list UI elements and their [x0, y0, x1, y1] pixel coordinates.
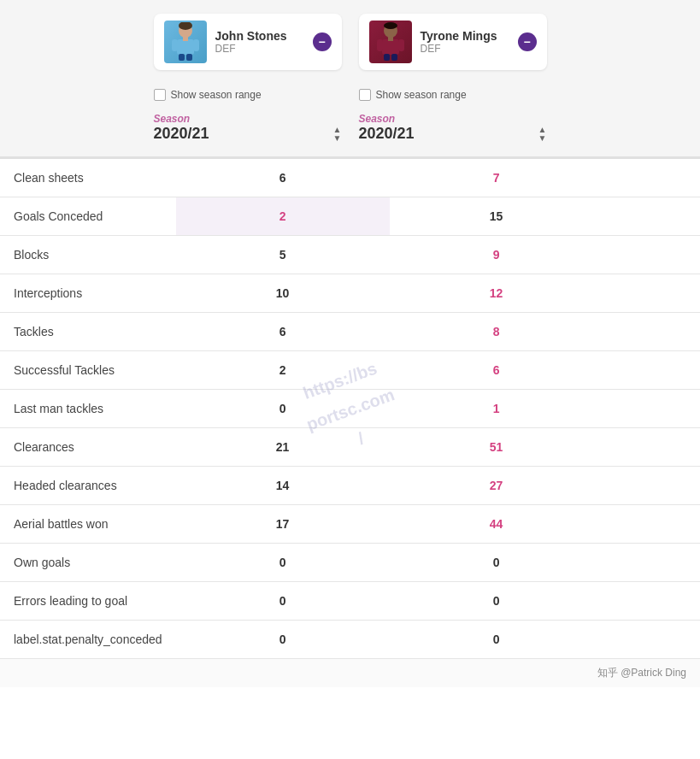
svg-rect-7: [186, 54, 192, 61]
remove-stones-button[interactable]: −: [313, 32, 332, 51]
stat-value2: 44: [490, 517, 503, 531]
stat-name-cell: Goals Conceded: [0, 197, 176, 236]
stat-value2-cell: 6: [390, 351, 603, 390]
season-selector-stones: Season 2020/21 ▲▼: [154, 113, 342, 143]
stat-value1: 0: [279, 402, 286, 415]
stat-padding-cell: [603, 313, 700, 351]
stat-value2: 6: [493, 363, 500, 377]
stat-value2: 12: [490, 286, 503, 300]
stat-value1-cell: 17: [176, 505, 390, 544]
season-range-checkbox-mings[interactable]: [359, 89, 371, 101]
season-arrows-mings[interactable]: ▲▼: [538, 126, 547, 143]
season-label-mings: Season: [359, 113, 396, 125]
table-row: label.stat.penalty_conceded00: [0, 621, 700, 659]
stat-name-cell: Aerial battles won: [0, 505, 176, 544]
player-position-stones: DEF: [215, 43, 304, 55]
stat-value1-cell: 5: [176, 236, 390, 274]
player-name-stones: John Stones: [215, 29, 304, 43]
stat-name-cell: Blocks: [0, 236, 176, 274]
stat-value2: 0: [493, 594, 500, 608]
stat-value1-cell: 14: [176, 467, 390, 505]
stat-name-cell: Tackles: [0, 313, 176, 351]
stat-value1-cell: 0: [176, 582, 390, 621]
season-selector-row: Season 2020/21 ▲▼ Season 2020/21 ▲▼: [0, 106, 700, 156]
svg-rect-13: [388, 37, 393, 41]
stat-padding-cell: [603, 390, 700, 428]
stat-value1-cell: 6: [176, 159, 390, 197]
table-row: Blocks59: [0, 236, 700, 274]
table-row: Clean sheets67: [0, 159, 700, 197]
stat-value2-cell: 15: [390, 197, 603, 236]
player-card-mings: Tyrone Mings DEF −: [359, 14, 547, 70]
stat-value2-cell: 8: [390, 313, 603, 351]
stat-value1: 5: [279, 248, 286, 262]
season-range-row: Show season range Show season range: [0, 84, 700, 106]
stat-value2-cell: 0: [390, 621, 603, 659]
stat-value1-cell: 21: [176, 428, 390, 467]
header-section: John Stones DEF −: [0, 0, 700, 156]
table-row: Last man tackles01: [0, 390, 700, 428]
stat-value1: 0: [279, 594, 286, 608]
season-label-stones: Season: [154, 113, 191, 125]
stat-padding-cell: [603, 236, 700, 274]
season-range-checkbox-stones[interactable]: [154, 89, 166, 101]
stat-padding-cell: [603, 505, 700, 544]
stat-value2: 9: [493, 248, 500, 262]
stat-padding-cell: [603, 159, 700, 197]
stat-value2: 51: [490, 440, 503, 454]
stat-value1: 0: [279, 632, 286, 646]
svg-rect-4: [193, 39, 199, 51]
stats-table: Clean sheets67Goals Conceded215Blocks59I…: [0, 159, 700, 659]
stat-value2-cell: 1: [390, 390, 603, 428]
season-range-label-mings: Show season range: [376, 89, 467, 101]
season-range-label-stones: Show season range: [171, 89, 262, 101]
stat-value2-cell: 12: [390, 274, 603, 313]
player-position-mings: DEF: [421, 43, 509, 55]
stat-value1-cell: 0: [176, 544, 390, 582]
stat-name-cell: Interceptions: [0, 274, 176, 313]
season-value-stones: 2020/21: [154, 125, 209, 143]
player-cards-row: John Stones DEF −: [0, 0, 700, 84]
table-row: Tackles68: [0, 313, 700, 351]
player-name-mings: Tyrone Mings: [421, 29, 509, 43]
stat-padding-cell: [603, 582, 700, 621]
svg-rect-2: [177, 39, 194, 55]
avatar-mings: [369, 21, 412, 63]
stat-name-cell: Headed clearances: [0, 467, 176, 505]
remove-mings-button[interactable]: −: [518, 32, 537, 51]
stat-name-cell: Errors leading to goal: [0, 582, 176, 621]
svg-rect-5: [183, 37, 188, 41]
season-arrows-stones[interactable]: ▲▼: [333, 126, 342, 143]
footer-attribution: 知乎 @Patrick Ding: [0, 659, 700, 687]
stat-value1: 6: [279, 171, 286, 185]
stat-padding-cell: [603, 467, 700, 505]
table-row: Successful Tackles26: [0, 351, 700, 390]
page-wrapper: John Stones DEF −: [0, 0, 700, 759]
stat-padding-cell: [603, 428, 700, 467]
stat-value1: 17: [276, 517, 290, 531]
stat-value1-cell: 6: [176, 313, 390, 351]
stat-value2-cell: 44: [390, 505, 603, 544]
player-card-stones: John Stones DEF −: [154, 14, 342, 70]
stat-value2-cell: 9: [390, 236, 603, 274]
table-row: Clearances2151: [0, 428, 700, 467]
stats-table-container: https://bs portsc.com / Clean sheets67Go…: [0, 159, 700, 659]
stat-padding-cell: [603, 274, 700, 313]
stat-value2: 8: [493, 325, 500, 338]
stat-value1: 21: [276, 440, 290, 454]
stat-value2: 0: [493, 632, 500, 646]
stat-value2: 1: [493, 402, 500, 415]
stat-name-cell: Successful Tackles: [0, 351, 176, 390]
avatar-figure-stones: [168, 22, 203, 62]
stat-name-cell: Last man tackles: [0, 390, 176, 428]
stat-padding-cell: [603, 544, 700, 582]
svg-rect-3: [172, 39, 178, 51]
svg-rect-15: [391, 54, 397, 61]
stat-value1-cell: 10: [176, 274, 390, 313]
season-value-mings: 2020/21: [359, 125, 415, 143]
stat-value1-cell: 2: [176, 351, 390, 390]
svg-rect-6: [179, 54, 185, 61]
season-selector-mings: Season 2020/21 ▲▼: [359, 113, 547, 143]
table-row: Goals Conceded215: [0, 197, 700, 236]
stat-name-cell: Own goals: [0, 544, 176, 582]
